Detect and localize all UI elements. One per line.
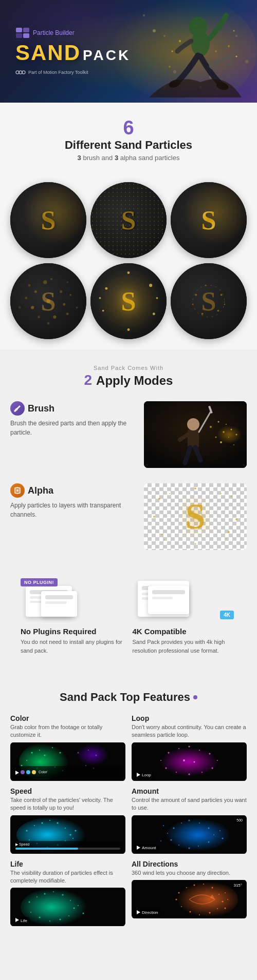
svg-point-42 <box>25 297 27 299</box>
loop-text: Loop Don't worry about continuity. You c… <box>132 714 247 739</box>
svg-point-100 <box>39 750 40 751</box>
alpha-icon-row: Alpha <box>10 483 136 498</box>
svg-rect-69 <box>188 429 199 447</box>
speed-text: Speed Take control of the particles' vel… <box>10 787 125 812</box>
svg-point-31 <box>19 71 22 74</box>
particle-item-5: S <box>90 263 167 339</box>
alpha-s-letter: S <box>186 496 206 537</box>
amount-thumb: 500 Amount <box>132 815 247 854</box>
svg-point-175 <box>60 919 61 920</box>
svg-point-50 <box>105 287 107 290</box>
svg-point-121 <box>209 753 211 754</box>
amount-name: Amount <box>132 787 247 795</box>
svg-point-57 <box>156 297 158 299</box>
brush-icon-row: Brush <box>10 401 136 416</box>
plugin-window-2 <box>41 591 77 617</box>
color-controls-bar: Color <box>13 766 123 778</box>
svg-point-178 <box>30 912 31 913</box>
directions-thumb: 315° Direction <box>132 880 247 918</box>
color-desc: Grab color from the footage or totally c… <box>10 723 125 739</box>
svg-point-159 <box>171 839 172 840</box>
hero-sand-text: SAND <box>15 41 81 65</box>
particles-subtitle: 3 brush and 3 alpha sand particles <box>10 154 247 162</box>
direction-label: Direction <box>142 910 158 915</box>
svg-point-86 <box>153 516 155 518</box>
svg-point-82 <box>200 419 242 450</box>
svg-point-130 <box>194 761 195 762</box>
svg-point-186 <box>203 884 204 885</box>
amount-tag: 500 <box>234 817 245 823</box>
brush-mode-preview <box>144 401 247 468</box>
svg-point-91 <box>195 543 196 545</box>
alpha-icon-circle <box>10 483 25 498</box>
motion-factory-label: Part of Motion Factory Toolkit <box>15 69 131 75</box>
svg-point-103 <box>60 752 61 753</box>
feature-life: Life The visibility duration of particle… <box>10 860 125 927</box>
brush-preview-svg <box>144 401 247 468</box>
feature-directions: All Directions 360 wind lets you choose … <box>132 860 247 927</box>
svg-point-163 <box>163 825 164 826</box>
alpha-svg-icon <box>13 486 22 495</box>
svg-point-170 <box>53 891 54 892</box>
svg-point-24 <box>233 30 235 32</box>
color-thumb: Color <box>10 742 125 781</box>
svg-point-173 <box>74 908 75 909</box>
apply-modes-label: Apply Modes <box>96 374 173 388</box>
svg-point-162 <box>222 837 224 839</box>
svg-point-155 <box>208 841 210 842</box>
svg-point-144 <box>29 839 30 840</box>
svg-point-118 <box>178 748 179 749</box>
svg-point-18 <box>225 58 232 65</box>
svg-point-41 <box>66 312 69 315</box>
apply-modes-section: Sand Pack Comes With 2 Apply Modes <box>0 349 257 394</box>
features-grid: Color Grab color from the footage or tot… <box>10 714 247 926</box>
svg-point-183 <box>178 892 180 893</box>
brush-svg-icon <box>13 404 22 413</box>
life-name: Life <box>10 860 125 868</box>
svg-point-138 <box>65 828 66 829</box>
loop-overlay: Loop <box>134 772 154 779</box>
brush-mode-desc: Brush the desired parts and then apply t… <box>10 419 136 437</box>
svg-point-134 <box>34 825 35 826</box>
motion-factory-text: Part of Motion Factory Toolkit <box>28 70 88 75</box>
svg-point-17 <box>210 62 217 69</box>
svg-point-102 <box>52 747 53 748</box>
play-icon <box>15 768 19 777</box>
svg-point-151 <box>189 819 190 821</box>
svg-point-197 <box>225 892 226 893</box>
amount-desc: Control the amount of sand particles you… <box>132 796 247 812</box>
alpha-mode-left: Alpha Apply particles to layers with tra… <box>10 483 136 519</box>
svg-point-87 <box>235 518 237 520</box>
svg-point-112 <box>96 754 97 756</box>
svg-rect-28 <box>16 33 22 38</box>
apply-title-row: 2 Apply Modes <box>10 372 247 388</box>
svg-point-133 <box>26 830 28 831</box>
no-plugins-desc: You do not need to install any plugins f… <box>21 638 125 655</box>
k4-title: 4K Compatible <box>133 627 187 636</box>
svg-point-35 <box>60 290 62 293</box>
svg-point-92 <box>169 493 170 494</box>
svg-point-177 <box>39 917 41 918</box>
svg-point-191 <box>209 912 211 913</box>
brush-label: brush and <box>83 154 114 162</box>
amount-label: Amount <box>142 846 156 850</box>
svg-point-194 <box>181 906 182 907</box>
features-title: Sand Pack Top Features <box>60 691 190 704</box>
svg-point-45 <box>50 278 52 280</box>
svg-point-46 <box>28 284 31 287</box>
svg-point-65 <box>192 304 193 305</box>
s-letter-2: S <box>121 205 136 236</box>
svg-point-95 <box>226 538 227 539</box>
s-letter-6: S <box>201 286 216 317</box>
svg-point-120 <box>199 750 200 751</box>
color-swatch-1 <box>21 770 25 774</box>
particle-item-6: S <box>171 263 247 339</box>
svg-point-169 <box>44 893 46 895</box>
k4-badge: 4K <box>220 611 234 619</box>
k4-visual: 4K <box>133 578 237 622</box>
k4-desc: Sand Pack provides you with 4k high reso… <box>133 638 237 655</box>
svg-rect-26 <box>16 28 22 32</box>
hero-title: SAND PACK <box>15 41 131 65</box>
particle-grid: S S S <box>0 172 257 261</box>
life-play-icon <box>15 918 19 923</box>
